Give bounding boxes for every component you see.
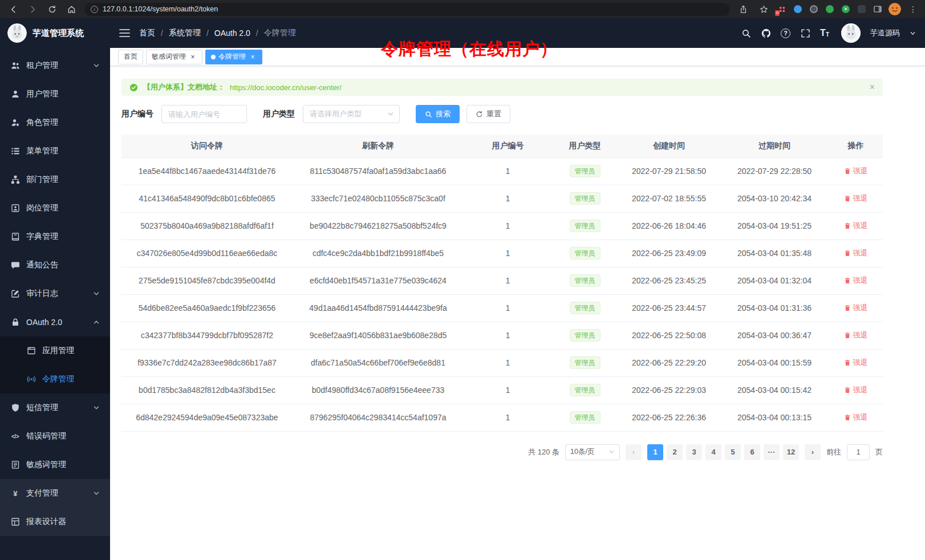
bookmark-star-icon[interactable] [756,2,771,16]
sidebar-item[interactable]: 敏感词管理 [0,451,110,479]
prev-page-button[interactable]: ‹ [626,444,642,460]
alert-link[interactable]: https://doc.iocoder.cn/user-center/ [230,83,342,92]
split-window-icon[interactable] [873,4,883,14]
close-icon[interactable]: × [249,53,257,61]
column-header: 访问令牌 [121,135,293,157]
force-logout-button[interactable]: 强退 [844,358,868,368]
app-logo[interactable]: 芋道管理系统 [0,18,110,48]
page-button[interactable]: 3 [686,444,702,460]
browser-profile-avatar[interactable] [889,3,901,15]
force-logout-button[interactable]: 强退 [844,275,868,286]
sidebar-item[interactable]: ¥支付管理 [0,479,110,508]
breadcrumb-item[interactable]: 令牌管理 [264,28,296,38]
user-name[interactable]: 芋道源码 [870,28,900,38]
sidebar-item[interactable]: 用户管理 [0,80,110,108]
tab-item[interactable]: 令牌管理× [205,50,262,64]
page-button[interactable]: 1 [647,444,663,460]
sidebar-item[interactable]: </>错误码管理 [0,422,110,451]
extension-grid-icon[interactable]: 0 [777,4,787,14]
sidebar-item[interactable]: 字典管理 [0,222,110,251]
extension-green-icon[interactable] [825,4,835,14]
refresh-icon [476,111,483,118]
sidebar-item[interactable]: 租户管理 [0,51,110,80]
back-icon[interactable] [6,2,21,16]
force-logout-button[interactable]: 强退 [844,193,868,204]
force-logout-button[interactable]: 强退 [844,412,868,423]
expire-time-cell: 2054-03-04 00:15:59 [720,349,829,376]
user-avatar[interactable] [841,23,861,43]
sidebar-item[interactable]: 审计日志 [0,279,110,308]
extension-blue-icon[interactable] [793,4,803,14]
close-icon[interactable]: × [189,53,197,61]
extension-paw-icon[interactable] [857,4,867,14]
sidebar-item[interactable]: 菜单管理 [0,137,110,165]
search-button[interactable]: 搜索 [416,105,460,123]
reload-icon[interactable] [44,2,59,16]
page-size-select[interactable]: 10条/页 [565,444,620,460]
page-button[interactable]: 5 [725,444,741,460]
sidebar-item[interactable]: 部门管理 [0,165,110,194]
trash-icon [844,168,851,175]
force-logout-button[interactable]: 强退 [844,303,868,313]
chevron-down-icon [93,62,100,69]
sms-icon [10,403,20,413]
force-logout-button[interactable]: 强退 [844,248,868,258]
sidebar-item[interactable]: 岗位管理 [0,194,110,222]
table-row: 41c41346a548490f9dc8b01c6bfe0865333ecfc7… [121,185,883,212]
help-icon[interactable]: ? [781,29,790,38]
sidebar-item[interactable]: OAuth 2.0 [0,308,110,336]
browser-url-bar[interactable]: i 127.0.0.1:1024/system/oauth2/token [84,3,730,16]
user-type-select[interactable]: 请选择用户类型 [303,105,400,123]
force-logout-button[interactable]: 强退 [844,385,868,395]
sidebar-item[interactable]: 应用管理 [0,336,110,365]
site-info-icon[interactable]: i [91,6,98,13]
home-icon[interactable] [64,2,79,16]
fullscreen-icon[interactable] [800,28,810,38]
force-logout-button[interactable]: 强退 [844,166,868,176]
extension-x-icon[interactable]: ✕ [841,4,851,14]
share-icon[interactable] [736,2,750,16]
collapse-menu-icon[interactable] [119,29,130,38]
breadcrumb-separator: / [206,29,209,38]
tab-item[interactable]: 首页 [118,50,143,64]
user-type-badge: 管理员 [570,384,601,396]
column-header: 刷新令牌 [293,135,464,157]
sidebar-item[interactable]: 短信管理 [0,393,110,422]
breadcrumb-item[interactable]: 系统管理 [169,28,201,38]
close-icon[interactable]: × [870,83,875,92]
dept-icon [10,175,20,185]
sidebar-item[interactable]: 角色管理 [0,108,110,137]
more-pages-button[interactable]: ··· [764,444,780,460]
sidebar-item[interactable]: 令牌管理 [0,365,110,393]
extension-dark-icon[interactable] [809,4,819,14]
chevron-down-icon[interactable] [910,30,916,36]
browser-menu-icon[interactable]: ⋮ [907,5,919,14]
refresh-token-cell: be90422b8c7946218275a508bf524fc9 [293,212,464,240]
force-logout-button[interactable]: 强退 [844,330,868,340]
refresh-token-cell: dfa6c71a50a54c66bef706ef9e6e8d81 [293,349,464,376]
forward-icon[interactable] [25,2,40,16]
user-type-label: 用户类型 [263,109,295,119]
user-id-cell: 1 [464,157,552,185]
force-logout-button[interactable]: 强退 [844,221,868,231]
page-button[interactable]: 6 [744,444,760,460]
sidebar-item-label: 部门管理 [26,175,58,185]
page-button[interactable]: 12 [783,444,799,460]
goto-page-input[interactable] [847,444,870,460]
reset-button[interactable]: 重置 [466,105,510,123]
font-size-icon[interactable]: TT [820,29,829,38]
breadcrumb-item[interactable]: OAuth 2.0 [214,29,250,38]
sidebar-item[interactable]: 报表设计器 [0,508,110,536]
breadcrumb-item[interactable]: 首页 [139,28,155,38]
next-page-button[interactable]: › [805,444,821,460]
page-button[interactable]: 4 [705,444,721,460]
chevron-down-icon [93,404,100,411]
tab-item[interactable]: 敏感词管理× [146,50,202,64]
search-icon[interactable] [741,28,751,38]
refresh-token-cell: b0df4980ffd34c67a08f9156e4eee733 [293,376,464,404]
sidebar-item[interactable]: 通知公告 [0,251,110,279]
user-id-input[interactable] [161,105,247,123]
table-row: b0d1785bc3a8482f812db4a3f3bd15ecb0df4980… [121,376,883,404]
github-icon[interactable] [761,28,771,38]
page-button[interactable]: 2 [667,444,683,460]
